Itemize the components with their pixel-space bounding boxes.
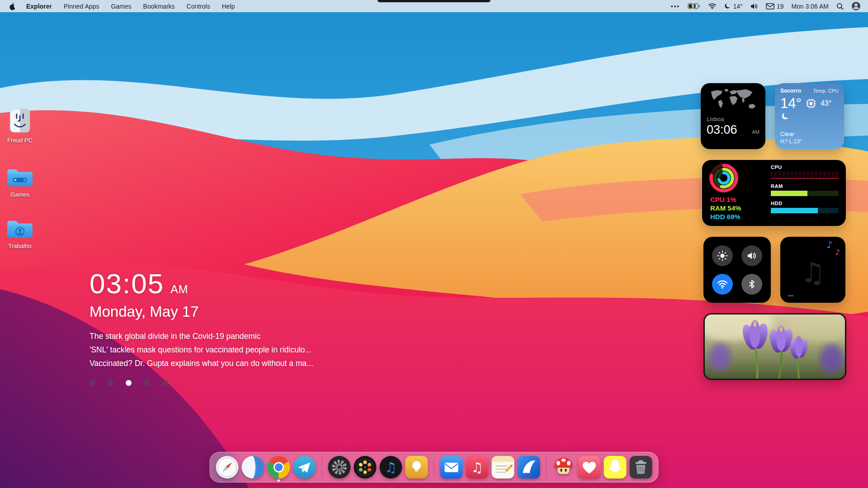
mail-indicator[interactable]: 19 <box>766 3 784 10</box>
page-dot[interactable] <box>144 380 150 386</box>
system-graphs: CPU RAM HDD <box>771 160 839 213</box>
bluetooth-toggle-button[interactable] <box>741 274 762 295</box>
dock-telegram[interactable] <box>293 455 316 479</box>
mail-icon <box>766 3 774 9</box>
menu-bookmarks[interactable]: Bookmarks <box>143 3 175 10</box>
clock-time: 03:05 <box>90 267 164 300</box>
control-center-widget <box>703 237 771 303</box>
dock-wave-browser[interactable] <box>241 455 265 479</box>
desktop-icon-label: Trabalho <box>9 243 32 249</box>
dock-chrome[interactable] <box>267 455 291 479</box>
music-note-pink-icon: ♪ <box>835 248 840 257</box>
music-progress-dash <box>788 295 794 296</box>
page-dot[interactable] <box>162 380 168 386</box>
photo-widget[interactable] <box>703 313 846 380</box>
menu-bar-menus: Explorer Pinned Apps Games Bookmarks Con… <box>26 3 235 10</box>
dock-sail-app[interactable] <box>517 455 541 479</box>
mail-count: 19 <box>777 3 784 10</box>
folder-user-icon <box>6 218 34 240</box>
volume-indicator[interactable] <box>750 3 758 9</box>
dock-mail[interactable] <box>440 455 463 479</box>
ram-graph-title: RAM <box>771 183 839 189</box>
page-dots <box>90 380 313 386</box>
activity-rings <box>708 163 739 193</box>
search-icon <box>836 3 844 10</box>
clear-night-icon <box>781 112 790 121</box>
dock-mario-mushroom[interactable] <box>552 455 576 479</box>
clock-time-row: 03:05 AM <box>90 267 313 300</box>
dock-health[interactable] <box>578 455 601 479</box>
news-headline[interactable]: The stark global divide in the Covid-19 … <box>90 329 313 343</box>
dock-apple-music[interactable]: ♫ <box>466 455 489 479</box>
weather-secondary-label: Temp. CPU <box>813 88 839 94</box>
weather-high-low: H:º L:13° <box>780 138 839 145</box>
dock: ♫ ♫ <box>210 452 659 483</box>
desktop-icon-label: Games <box>10 191 29 198</box>
bluetooth-icon <box>747 279 757 289</box>
menu-pinned-apps[interactable]: Pinned Apps <box>64 3 99 10</box>
volume-icon <box>746 250 757 261</box>
svg-text:♫: ♫ <box>471 460 483 475</box>
user-menu[interactable] <box>851 1 861 11</box>
page-dot-active[interactable] <box>126 380 132 386</box>
desktop-icon-label: Freud PC <box>7 137 33 144</box>
safari-icon <box>216 455 239 479</box>
apple-menu[interactable] <box>9 2 16 10</box>
world-map-icon <box>707 88 760 113</box>
news-headline[interactable]: 'SNL' tackles mask questions for vaccina… <box>90 343 313 357</box>
page-dot[interactable] <box>108 380 113 386</box>
more-status-indicator[interactable]: ••• <box>671 3 680 9</box>
music-note-blue-icon: ♪ <box>827 239 833 250</box>
pc-icon <box>8 108 32 135</box>
desktop-icon-games-folder[interactable]: Games <box>1 166 39 198</box>
spotlight-button[interactable] <box>836 3 844 10</box>
menu-controls[interactable]: Controls <box>187 3 210 10</box>
notes-icon <box>491 455 515 479</box>
system-monitor-widget[interactable]: CPU 1% RAM 54% HDD 69% CPU RAM HDD <box>702 160 846 226</box>
clock-ampm: AM <box>170 283 189 296</box>
brightness-button[interactable] <box>712 245 733 266</box>
hdd-bar <box>771 208 839 213</box>
wifi-icon <box>708 3 717 9</box>
menubar-clock[interactable]: Mon 3:06 AM <box>792 3 829 10</box>
world-clock-widget[interactable]: Lisboa 03:06 AM <box>701 83 765 149</box>
dock-notes[interactable] <box>491 455 515 479</box>
desktop-icon-trabalho-folder[interactable]: Trabalho <box>1 218 39 249</box>
brightness-icon <box>717 250 728 261</box>
wifi-toggle-button[interactable] <box>712 274 733 295</box>
dock-media-reel[interactable] <box>354 455 377 479</box>
apple-icon <box>9 2 16 10</box>
running-indicator <box>278 479 280 482</box>
battery-icon <box>688 3 700 9</box>
weather-widget[interactable]: Socorro Temp. CPU 14° 43° Clear H:º L:13… <box>775 83 844 149</box>
page-dot[interactable] <box>90 380 95 386</box>
desktop-clock-widget: 03:05 AM Monday, May 17 The stark global… <box>90 267 313 386</box>
menu-games[interactable]: Games <box>111 3 131 10</box>
dock-trash[interactable] <box>629 455 653 479</box>
music-widget[interactable]: ♫ ♪ ♪ <box>780 237 845 303</box>
dock-divider <box>434 457 434 477</box>
menu-explorer[interactable]: Explorer <box>26 3 52 10</box>
dock-snapchat[interactable] <box>604 455 627 479</box>
hdd-bar-fill <box>771 208 818 213</box>
dock-divider <box>546 457 547 477</box>
cpu-graph-title: CPU <box>771 164 839 170</box>
ghost-icon <box>604 455 627 479</box>
dock-ideas[interactable] <box>405 455 429 479</box>
dock-music-player[interactable]: ♫ <box>379 455 403 479</box>
battery-indicator[interactable] <box>688 3 700 9</box>
news-headline[interactable]: Vaccinated? Dr. Gupta explains what you … <box>90 357 313 370</box>
ram-bar <box>771 191 839 196</box>
desktop-icon-freud-pc[interactable]: Freud PC <box>1 108 39 144</box>
ram-stat: RAM 54% <box>710 204 741 212</box>
nightshift-temp-indicator[interactable]: 14° <box>724 3 743 10</box>
top-center-handle <box>377 0 491 2</box>
mail-icon <box>440 455 463 479</box>
dock-settings[interactable] <box>328 455 351 479</box>
dock-safari[interactable] <box>216 455 239 479</box>
volume-button[interactable] <box>741 245 762 266</box>
menubar-temp: 14° <box>733 3 743 10</box>
wifi-indicator[interactable] <box>708 3 717 9</box>
menu-help[interactable]: Help <box>222 3 235 10</box>
menubar-status-area: ••• 14° <box>671 1 861 11</box>
